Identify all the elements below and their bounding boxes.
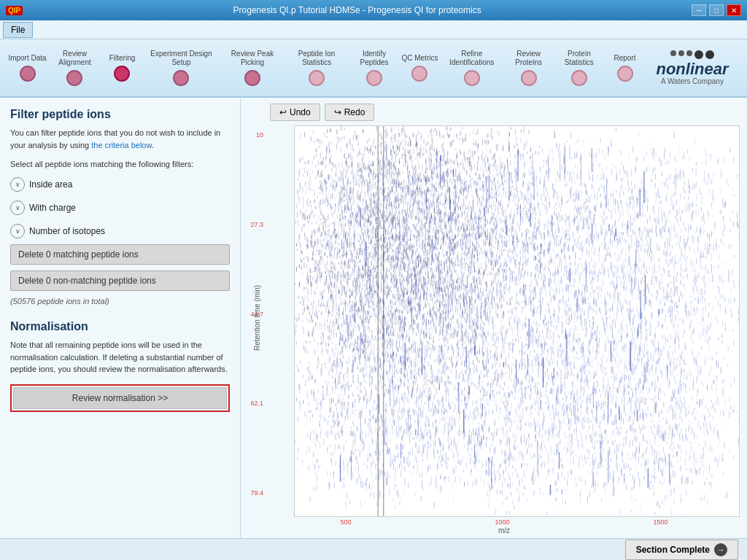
redo-icon: ↪ — [334, 107, 341, 117]
step-circle-qc — [411, 66, 427, 82]
step-report[interactable]: Report — [605, 54, 645, 82]
x-tick-1: 500 — [340, 518, 351, 526]
menu-bar: File — [0, 20, 747, 39]
step-circle-protein-stats — [571, 70, 587, 86]
logo-dot-5 — [705, 50, 714, 59]
minimize-button[interactable]: ─ — [692, 4, 706, 16]
step-circle-exp-design — [173, 70, 189, 86]
window-title: Progenesis QI.p Tutorial HDMSe - Progene… — [23, 5, 692, 15]
step-circle-peptide-ion — [309, 70, 325, 86]
logo-dots — [670, 50, 714, 59]
logo-dot-1 — [670, 50, 676, 56]
y-axis-label: Retention time (min) — [253, 292, 261, 351]
step-peptide-ion-statistics[interactable]: Peptide Ion Statistics — [285, 50, 349, 86]
step-import-data[interactable]: Import Data — [7, 54, 47, 82]
left-panel: Filter peptide ions You can filter pepti… — [0, 98, 241, 538]
redo-label: Redo — [344, 107, 365, 117]
app-icon: QIP — [6, 6, 23, 15]
step-filtering[interactable]: Filtering — [102, 54, 142, 82]
review-normalisation-button[interactable]: Review normalisation >> — [13, 387, 227, 409]
review-btn-wrapper: Review normalisation >> — [10, 384, 230, 412]
workflow-bar: Import Data Review Alignment Filtering E… — [0, 39, 747, 98]
step-qc-metrics[interactable]: QC Metrics — [400, 54, 440, 82]
window-controls: ─ □ ✕ — [692, 4, 741, 16]
step-circle-refine — [464, 70, 480, 86]
undo-icon: ↩ — [279, 107, 287, 117]
x-tick-2: 1000 — [495, 518, 509, 526]
x-axis-label: m/z — [241, 526, 740, 534]
y-tick-4: 62.1 — [241, 400, 266, 407]
step-circle-identify — [366, 70, 382, 86]
maximize-button[interactable]: □ — [709, 4, 724, 16]
step-review-proteins[interactable]: Review Proteins — [504, 50, 554, 86]
logo-dot-4 — [694, 50, 703, 59]
filter-num-isotopes[interactable]: ∨ Number of isotopes — [10, 224, 230, 238]
logo-area: nonlinear A Waters Company — [645, 50, 740, 85]
chevron-inside-area[interactable]: ∨ — [10, 177, 25, 192]
step-circle-peak-picking — [244, 70, 260, 86]
delete-nonmatching-button[interactable]: Delete 0 non-matching peptide ions — [10, 271, 230, 291]
step-circle-report — [617, 66, 633, 82]
filter-with-charge[interactable]: ∨ With charge — [10, 201, 230, 215]
arrow-circle-icon: → — [714, 543, 727, 556]
filter-inside-area-label: Inside area — [29, 179, 72, 190]
step-circle-filtering — [114, 66, 130, 82]
filter-num-isotopes-label: Number of isotopes — [29, 226, 105, 236]
file-menu[interactable]: File — [3, 22, 33, 38]
scatter-plot[interactable] — [295, 126, 739, 516]
section-complete-button[interactable]: Section Complete → — [625, 540, 738, 560]
bottom-bar: Section Complete → — [0, 538, 747, 560]
panel-description: You can filter peptide ions that you do … — [10, 127, 230, 151]
logo-dot-3 — [686, 50, 692, 56]
undo-label: Undo — [290, 107, 311, 117]
undo-button[interactable]: ↩ Undo — [270, 104, 320, 121]
step-circle-review-alignment — [66, 70, 82, 86]
delete-matching-button[interactable]: Delete 0 matching peptide ions — [10, 244, 230, 265]
x-tick-3: 1500 — [653, 518, 667, 526]
normalisation-title: Normalisation — [10, 320, 230, 333]
filter-inside-area[interactable]: ∨ Inside area — [10, 177, 230, 192]
step-refine-identifications[interactable]: Refine Identifications — [440, 50, 504, 86]
main-content: Filter peptide ions You can filter pepti… — [0, 98, 747, 538]
logo-sub: A Waters Company — [661, 77, 724, 85]
y-tick-1: 10 — [241, 131, 266, 139]
step-experiment-design[interactable]: Experiment Design Setup — [142, 50, 220, 86]
workflow-steps: Import Data Review Alignment Filtering E… — [7, 50, 645, 86]
section-complete-label: Section Complete — [636, 545, 710, 555]
filter-intro: Select all peptide ions matching the fol… — [10, 160, 230, 168]
step-review-alignment[interactable]: Review Alignment — [47, 50, 102, 86]
x-axis-ticks: 500 1000 1500 — [268, 518, 740, 526]
close-button[interactable]: ✕ — [727, 4, 741, 16]
chevron-num-isotopes[interactable]: ∨ — [10, 224, 25, 238]
step-protein-statistics[interactable]: Protein Statistics — [554, 50, 605, 86]
chevron-with-charge[interactable]: ∨ — [10, 201, 25, 215]
y-tick-2: 27.3 — [241, 221, 266, 228]
title-bar: QIP Progenesis QI.p Tutorial HDMSe - Pro… — [0, 0, 747, 20]
total-count: (50576 peptide ions in total) — [10, 297, 230, 306]
filter-with-charge-label: With charge — [29, 203, 76, 213]
logo-dot-2 — [678, 50, 684, 56]
panel-title: Filter peptide ions — [10, 108, 230, 121]
step-circle-review-proteins — [521, 70, 537, 86]
step-circle-import — [20, 66, 36, 82]
step-review-peak-picking[interactable]: Review Peak Picking — [220, 50, 285, 86]
chart-toolbar: ↩ Undo ↪ Redo — [241, 104, 740, 121]
step-identify-peptides[interactable]: Identify Peptides — [349, 50, 400, 86]
redo-button[interactable]: ↪ Redo — [325, 104, 375, 121]
chart-area: ↩ Undo ↪ Redo 10 27.3 44.7 62.1 79.4 — [241, 98, 747, 538]
logo-brand: nonlinear — [656, 61, 728, 77]
y-tick-5: 79.4 — [241, 489, 266, 497]
normalisation-desc: Note that all remaining peptide ions wil… — [10, 339, 230, 376]
chart-container[interactable] — [294, 125, 740, 517]
